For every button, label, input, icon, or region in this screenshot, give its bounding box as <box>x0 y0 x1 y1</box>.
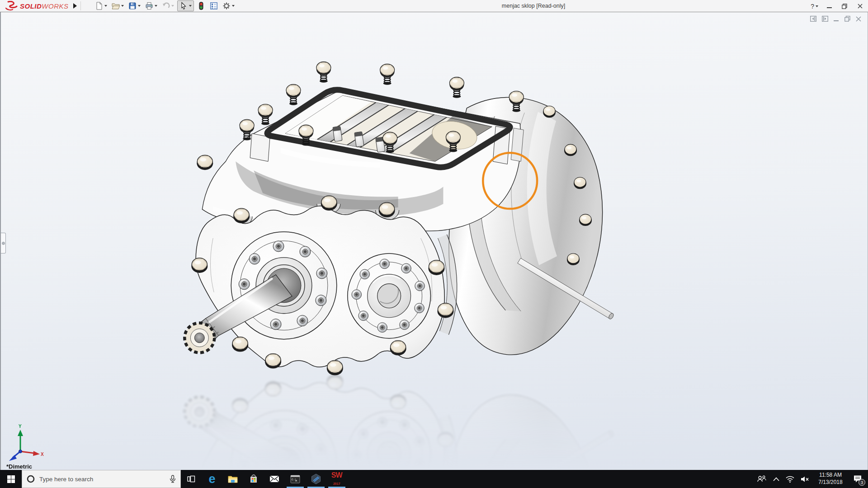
new-document-button[interactable] <box>94 0 108 11</box>
logo-works: WORKS <box>42 2 68 10</box>
sw-label: SW <box>331 471 342 479</box>
select-tool-button[interactable] <box>177 0 194 11</box>
help-button[interactable]: ? <box>811 3 818 10</box>
display-settings-button[interactable] <box>208 0 219 11</box>
triad-y-label: Y <box>19 424 22 429</box>
mail-button[interactable] <box>264 470 285 488</box>
doc-close-icon[interactable] <box>856 16 861 22</box>
main-toolbar <box>93 0 237 12</box>
display-settings-icon <box>210 2 218 10</box>
solidworks-2017-button[interactable]: SW 2017 <box>326 470 347 488</box>
title-bar: SOLIDWORKS <box>0 0 868 12</box>
windows-taskbar: e C: <box>0 470 868 488</box>
restore-button[interactable] <box>840 2 849 11</box>
view-orientation-label: *Dimetric <box>6 463 32 470</box>
mail-icon <box>269 475 279 483</box>
save-dropdown-caret[interactable] <box>138 5 141 7</box>
model-reflection <box>184 375 614 470</box>
cortana-icon <box>27 475 35 483</box>
print-dropdown-caret[interactable] <box>155 5 157 7</box>
clock-time: 11:58 AM <box>816 472 845 479</box>
command-prompt-icon: C:\ <box>290 475 300 483</box>
restore-icon <box>842 4 847 9</box>
gearbox-model <box>1 12 868 470</box>
clock-date: 7/13/2018 <box>816 479 845 486</box>
minimize-icon <box>827 4 832 9</box>
options-dropdown-caret[interactable] <box>232 5 235 7</box>
start-button[interactable] <box>0 470 22 488</box>
collapse-pane-right-icon[interactable] <box>822 16 828 22</box>
minimize-button[interactable] <box>825 2 834 11</box>
store-button[interactable] <box>243 470 264 488</box>
cmd-prompt-text: C:\ <box>292 478 297 481</box>
new-document-icon <box>95 2 103 10</box>
new-dropdown-caret[interactable] <box>104 5 107 7</box>
people-icon[interactable] <box>757 475 767 483</box>
search-input[interactable] <box>39 476 165 483</box>
titlebar-controls: ? <box>811 0 864 12</box>
command-prompt-button[interactable]: C:\ <box>285 470 306 488</box>
close-button[interactable] <box>855 2 864 11</box>
file-explorer-icon <box>228 474 238 483</box>
print-icon <box>145 2 153 10</box>
print-button[interactable] <box>144 0 159 11</box>
logo-solid: SOLID <box>20 2 42 10</box>
collapse-pane-left-icon[interactable] <box>810 16 816 22</box>
triad-x-label: X <box>41 452 44 457</box>
rebuild-button[interactable] <box>196 0 207 11</box>
edge-icon: e <box>208 473 215 485</box>
help-icon: ? <box>811 3 814 10</box>
open-dropdown-caret[interactable] <box>121 5 124 7</box>
undo-icon <box>162 2 170 10</box>
task-view-button[interactable] <box>181 470 202 488</box>
open-button[interactable] <box>110 0 125 11</box>
open-folder-icon <box>112 2 120 10</box>
doc-restore-icon[interactable] <box>844 16 850 22</box>
file-explorer-button[interactable] <box>222 470 243 488</box>
close-icon <box>858 4 863 9</box>
undo-button[interactable] <box>160 0 175 11</box>
system-tray: 11:58 AM 7/13/2018 3 <box>757 470 868 488</box>
select-cursor-icon <box>179 2 188 10</box>
chevron-up-icon[interactable] <box>773 477 779 481</box>
save-floppy-icon <box>128 2 137 10</box>
graphics-area[interactable]: Y X *Dimetric <box>0 12 868 470</box>
sw-year: 2017 <box>333 482 340 485</box>
edge-button[interactable]: e <box>202 470 222 488</box>
undo-dropdown-caret[interactable] <box>171 5 174 7</box>
taskbar-clock[interactable]: 11:58 AM 7/13/2018 <box>816 472 845 486</box>
feature-tree-collapsed-tab[interactable] <box>1 233 6 253</box>
notification-badge: 3 <box>859 479 865 486</box>
save-button[interactable] <box>127 0 142 11</box>
solidworks-logo-icon <box>5 1 18 11</box>
volume-muted-icon[interactable] <box>801 476 809 483</box>
wifi-icon[interactable] <box>786 476 794 483</box>
rebuild-traffic-light-icon <box>197 2 205 10</box>
hexagon-app-button[interactable] <box>306 470 326 488</box>
windows-logo-icon <box>7 475 15 483</box>
action-center-button[interactable]: 3 <box>852 473 863 485</box>
store-icon <box>249 474 258 483</box>
options-button[interactable] <box>221 0 236 11</box>
flyout-arrow-icon[interactable] <box>73 3 77 9</box>
microphone-icon[interactable] <box>170 475 176 483</box>
options-gear-icon <box>222 2 231 10</box>
orientation-triad[interactable]: Y X <box>5 423 45 466</box>
solidworks-logo: SOLIDWORKS <box>0 0 69 12</box>
select-dropdown-caret[interactable] <box>189 5 192 7</box>
hexagon-app-icon <box>311 474 321 484</box>
taskbar-search[interactable] <box>22 470 181 488</box>
toolbar-separator <box>80 1 81 10</box>
solidworks-2017-icon: SW 2017 <box>331 472 342 486</box>
solidworks-window: SOLIDWORKS <box>0 0 868 488</box>
window-title: menjac sklop [Read-only] <box>502 3 565 9</box>
task-view-icon <box>187 474 196 483</box>
help-dropdown-caret[interactable] <box>816 5 818 7</box>
doc-minimize-icon[interactable] <box>834 16 839 22</box>
document-window-controls <box>810 16 861 22</box>
logo-wordmark: SOLIDWORKS <box>20 2 69 10</box>
